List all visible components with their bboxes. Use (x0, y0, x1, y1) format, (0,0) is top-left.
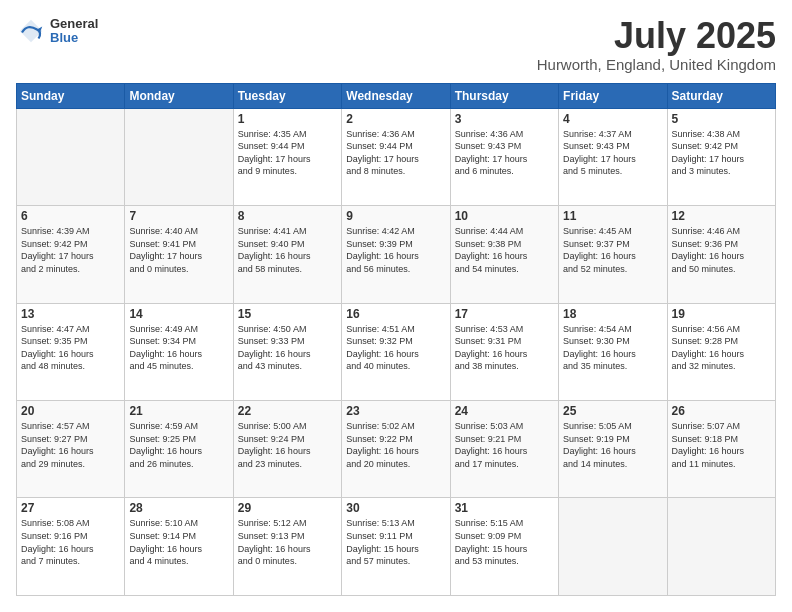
day-info: Sunrise: 5:12 AM Sunset: 9:13 PM Dayligh… (238, 517, 337, 567)
calendar-cell: 11Sunrise: 4:45 AM Sunset: 9:37 PM Dayli… (559, 206, 667, 303)
calendar-cell (125, 108, 233, 205)
calendar-cell: 13Sunrise: 4:47 AM Sunset: 9:35 PM Dayli… (17, 303, 125, 400)
day-number: 23 (346, 404, 445, 418)
day-number: 25 (563, 404, 662, 418)
day-info: Sunrise: 4:36 AM Sunset: 9:44 PM Dayligh… (346, 128, 445, 178)
day-number: 22 (238, 404, 337, 418)
calendar-week-5: 27Sunrise: 5:08 AM Sunset: 9:16 PM Dayli… (17, 498, 776, 596)
day-number: 24 (455, 404, 554, 418)
day-info: Sunrise: 4:35 AM Sunset: 9:44 PM Dayligh… (238, 128, 337, 178)
day-number: 11 (563, 209, 662, 223)
day-number: 12 (672, 209, 771, 223)
day-number: 20 (21, 404, 120, 418)
day-info: Sunrise: 4:41 AM Sunset: 9:40 PM Dayligh… (238, 225, 337, 275)
day-info: Sunrise: 4:54 AM Sunset: 9:30 PM Dayligh… (563, 323, 662, 373)
weekday-row: SundayMondayTuesdayWednesdayThursdayFrid… (17, 83, 776, 108)
logo: General Blue (16, 16, 98, 46)
calendar-week-1: 1Sunrise: 4:35 AM Sunset: 9:44 PM Daylig… (17, 108, 776, 205)
day-info: Sunrise: 4:49 AM Sunset: 9:34 PM Dayligh… (129, 323, 228, 373)
day-number: 7 (129, 209, 228, 223)
weekday-header-wednesday: Wednesday (342, 83, 450, 108)
logo-text: General Blue (50, 17, 98, 46)
day-number: 6 (21, 209, 120, 223)
calendar-cell: 26Sunrise: 5:07 AM Sunset: 9:18 PM Dayli… (667, 401, 775, 498)
day-info: Sunrise: 4:39 AM Sunset: 9:42 PM Dayligh… (21, 225, 120, 275)
day-info: Sunrise: 4:47 AM Sunset: 9:35 PM Dayligh… (21, 323, 120, 373)
calendar-cell (667, 498, 775, 596)
logo-line1: General (50, 17, 98, 31)
weekday-header-saturday: Saturday (667, 83, 775, 108)
weekday-header-friday: Friday (559, 83, 667, 108)
calendar-cell: 15Sunrise: 4:50 AM Sunset: 9:33 PM Dayli… (233, 303, 341, 400)
calendar-header: SundayMondayTuesdayWednesdayThursdayFrid… (17, 83, 776, 108)
calendar-cell: 10Sunrise: 4:44 AM Sunset: 9:38 PM Dayli… (450, 206, 558, 303)
day-info: Sunrise: 5:00 AM Sunset: 9:24 PM Dayligh… (238, 420, 337, 470)
calendar-cell: 21Sunrise: 4:59 AM Sunset: 9:25 PM Dayli… (125, 401, 233, 498)
calendar: SundayMondayTuesdayWednesdayThursdayFrid… (16, 83, 776, 596)
calendar-cell: 4Sunrise: 4:37 AM Sunset: 9:43 PM Daylig… (559, 108, 667, 205)
calendar-cell: 12Sunrise: 4:46 AM Sunset: 9:36 PM Dayli… (667, 206, 775, 303)
calendar-cell: 27Sunrise: 5:08 AM Sunset: 9:16 PM Dayli… (17, 498, 125, 596)
day-info: Sunrise: 4:59 AM Sunset: 9:25 PM Dayligh… (129, 420, 228, 470)
day-info: Sunrise: 4:38 AM Sunset: 9:42 PM Dayligh… (672, 128, 771, 178)
calendar-cell: 28Sunrise: 5:10 AM Sunset: 9:14 PM Dayli… (125, 498, 233, 596)
calendar-cell: 6Sunrise: 4:39 AM Sunset: 9:42 PM Daylig… (17, 206, 125, 303)
calendar-cell: 9Sunrise: 4:42 AM Sunset: 9:39 PM Daylig… (342, 206, 450, 303)
calendar-week-2: 6Sunrise: 4:39 AM Sunset: 9:42 PM Daylig… (17, 206, 776, 303)
day-info: Sunrise: 4:53 AM Sunset: 9:31 PM Dayligh… (455, 323, 554, 373)
calendar-cell: 24Sunrise: 5:03 AM Sunset: 9:21 PM Dayli… (450, 401, 558, 498)
day-number: 1 (238, 112, 337, 126)
page: General Blue July 2025 Hurworth, England… (0, 0, 792, 612)
day-info: Sunrise: 4:42 AM Sunset: 9:39 PM Dayligh… (346, 225, 445, 275)
day-info: Sunrise: 4:57 AM Sunset: 9:27 PM Dayligh… (21, 420, 120, 470)
day-info: Sunrise: 4:56 AM Sunset: 9:28 PM Dayligh… (672, 323, 771, 373)
logo-line2: Blue (50, 31, 98, 45)
day-info: Sunrise: 4:40 AM Sunset: 9:41 PM Dayligh… (129, 225, 228, 275)
day-info: Sunrise: 4:45 AM Sunset: 9:37 PM Dayligh… (563, 225, 662, 275)
calendar-week-4: 20Sunrise: 4:57 AM Sunset: 9:27 PM Dayli… (17, 401, 776, 498)
day-number: 21 (129, 404, 228, 418)
calendar-cell: 8Sunrise: 4:41 AM Sunset: 9:40 PM Daylig… (233, 206, 341, 303)
calendar-cell: 16Sunrise: 4:51 AM Sunset: 9:32 PM Dayli… (342, 303, 450, 400)
main-title: July 2025 (537, 16, 776, 56)
calendar-cell: 2Sunrise: 4:36 AM Sunset: 9:44 PM Daylig… (342, 108, 450, 205)
day-number: 14 (129, 307, 228, 321)
calendar-cell: 19Sunrise: 4:56 AM Sunset: 9:28 PM Dayli… (667, 303, 775, 400)
calendar-cell (559, 498, 667, 596)
day-info: Sunrise: 5:10 AM Sunset: 9:14 PM Dayligh… (129, 517, 228, 567)
day-number: 9 (346, 209, 445, 223)
calendar-cell: 30Sunrise: 5:13 AM Sunset: 9:11 PM Dayli… (342, 498, 450, 596)
calendar-cell: 31Sunrise: 5:15 AM Sunset: 9:09 PM Dayli… (450, 498, 558, 596)
day-info: Sunrise: 5:15 AM Sunset: 9:09 PM Dayligh… (455, 517, 554, 567)
day-number: 26 (672, 404, 771, 418)
weekday-header-sunday: Sunday (17, 83, 125, 108)
day-number: 3 (455, 112, 554, 126)
day-number: 18 (563, 307, 662, 321)
weekday-header-monday: Monday (125, 83, 233, 108)
day-info: Sunrise: 5:07 AM Sunset: 9:18 PM Dayligh… (672, 420, 771, 470)
calendar-week-3: 13Sunrise: 4:47 AM Sunset: 9:35 PM Dayli… (17, 303, 776, 400)
day-number: 19 (672, 307, 771, 321)
calendar-cell: 14Sunrise: 4:49 AM Sunset: 9:34 PM Dayli… (125, 303, 233, 400)
day-info: Sunrise: 5:08 AM Sunset: 9:16 PM Dayligh… (21, 517, 120, 567)
day-number: 10 (455, 209, 554, 223)
calendar-cell: 29Sunrise: 5:12 AM Sunset: 9:13 PM Dayli… (233, 498, 341, 596)
day-info: Sunrise: 4:51 AM Sunset: 9:32 PM Dayligh… (346, 323, 445, 373)
calendar-cell: 1Sunrise: 4:35 AM Sunset: 9:44 PM Daylig… (233, 108, 341, 205)
header: General Blue July 2025 Hurworth, England… (16, 16, 776, 73)
calendar-cell: 18Sunrise: 4:54 AM Sunset: 9:30 PM Dayli… (559, 303, 667, 400)
day-number: 15 (238, 307, 337, 321)
logo-icon (16, 16, 46, 46)
day-number: 27 (21, 501, 120, 515)
day-info: Sunrise: 5:02 AM Sunset: 9:22 PM Dayligh… (346, 420, 445, 470)
calendar-body: 1Sunrise: 4:35 AM Sunset: 9:44 PM Daylig… (17, 108, 776, 595)
day-number: 17 (455, 307, 554, 321)
day-info: Sunrise: 4:50 AM Sunset: 9:33 PM Dayligh… (238, 323, 337, 373)
day-number: 29 (238, 501, 337, 515)
day-number: 16 (346, 307, 445, 321)
calendar-cell: 22Sunrise: 5:00 AM Sunset: 9:24 PM Dayli… (233, 401, 341, 498)
day-number: 4 (563, 112, 662, 126)
day-number: 31 (455, 501, 554, 515)
day-info: Sunrise: 4:36 AM Sunset: 9:43 PM Dayligh… (455, 128, 554, 178)
day-info: Sunrise: 5:13 AM Sunset: 9:11 PM Dayligh… (346, 517, 445, 567)
